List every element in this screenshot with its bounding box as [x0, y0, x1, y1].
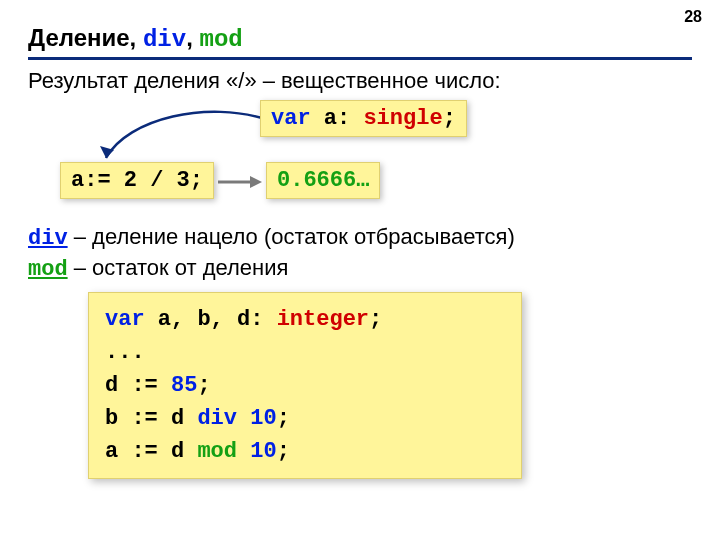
code-line-5: a := d mod 10;	[105, 435, 505, 468]
code-l3-c: ;	[197, 373, 210, 398]
curve-arrow	[88, 108, 288, 168]
tok-a-decl: a:	[311, 106, 364, 131]
code-85: 85	[171, 373, 197, 398]
title-sep: ,	[186, 24, 199, 51]
code-mod-kw: mod	[197, 439, 237, 464]
result-text: 0.6666…	[277, 168, 369, 193]
title-kw-mod: mod	[200, 26, 243, 53]
assign-box: a:= 2 / 3;	[60, 162, 214, 199]
arrow-icon	[218, 174, 262, 190]
title-prefix: Деление,	[28, 24, 143, 51]
page-number: 28	[684, 8, 702, 26]
code-div-kw: div	[197, 406, 237, 431]
tok-var: var	[271, 106, 311, 131]
svg-marker-2	[250, 176, 262, 188]
code-line-4: b := d div 10;	[105, 402, 505, 435]
code-l3-a: d :=	[105, 373, 171, 398]
def-div-kw: div	[28, 226, 68, 251]
code-l1-end: ;	[369, 307, 382, 332]
code-decl: a, b, d:	[145, 307, 277, 332]
body: Результат деления «/» – вещественное чис…	[28, 68, 692, 479]
code-block: var a, b, d: integer; ... d := 85; b := …	[88, 292, 522, 479]
code-line-1: var a, b, d: integer;	[105, 303, 505, 336]
code-l4-a: b := d	[105, 406, 197, 431]
code-l4-e: ;	[277, 406, 290, 431]
code-l5-a: a := d	[105, 439, 197, 464]
tok-single: single	[363, 106, 442, 131]
code-10b: 10	[250, 439, 276, 464]
svg-marker-0	[100, 146, 114, 158]
title-kw-div: div	[143, 26, 186, 53]
def-mod: mod – остаток от деления	[28, 255, 692, 282]
slide: 28 Деление, div, mod Результат деления «…	[0, 0, 720, 540]
code-l5-c	[237, 439, 250, 464]
code-integer: integer	[277, 307, 369, 332]
definitions: div – деление нацело (остаток отбрасывае…	[28, 224, 692, 282]
code-l4-c	[237, 406, 250, 431]
assign-text: a:= 2 / 3;	[71, 168, 203, 193]
intro-text: Результат деления «/» – вещественное чис…	[28, 68, 692, 94]
code-line-3: d := 85;	[105, 369, 505, 402]
code-var: var	[105, 307, 145, 332]
code-l5-e: ;	[277, 439, 290, 464]
slide-title: Деление, div, mod	[28, 24, 692, 60]
code-line-2: ...	[105, 336, 505, 369]
var-single-box: var a: single;	[260, 100, 467, 137]
def-mod-kw: mod	[28, 257, 68, 282]
code-10a: 10	[250, 406, 276, 431]
result-box: 0.6666…	[266, 162, 380, 199]
def-mod-text: – остаток от деления	[68, 255, 289, 280]
def-div: div – деление нацело (остаток отбрасывае…	[28, 224, 692, 251]
example-row: var a: single; a:= 2 / 3; 0.6666…	[28, 100, 692, 220]
tok-semicolon: ;	[443, 106, 456, 131]
def-div-text: – деление нацело (остаток отбрасывается)	[68, 224, 515, 249]
